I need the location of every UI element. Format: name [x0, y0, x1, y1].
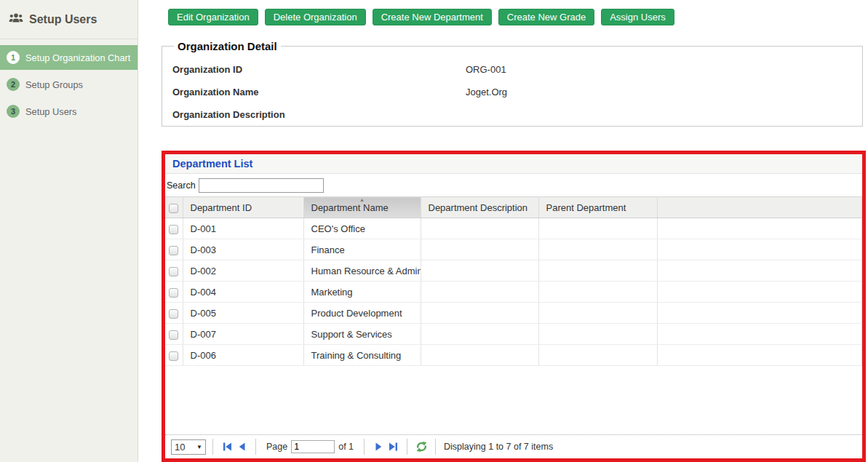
department-list-title: Department List	[165, 154, 862, 174]
cell-department-name: CEO's Office	[303, 218, 421, 239]
department-list-panel: Department List Search Department ID ▲	[162, 151, 866, 462]
cell-empty	[657, 345, 862, 366]
step-1-badge: 1	[7, 51, 20, 64]
column-header-department-name[interactable]: ▲ Department Name	[303, 197, 421, 218]
of-label: of 1	[338, 442, 354, 452]
search-row: Search	[165, 174, 862, 196]
cell-department-id: D-006	[183, 345, 303, 366]
cell-parent-department	[538, 260, 657, 282]
pagination-status: Displaying 1 to 7 of 7 items	[444, 442, 553, 452]
last-page-button[interactable]	[386, 439, 400, 454]
page-size-select[interactable]: 10 ▼	[171, 439, 206, 455]
row-checkbox[interactable]	[169, 288, 178, 298]
table-header-row: Department ID ▲ Department Name Departme…	[165, 197, 862, 218]
cell-department-id: D-001	[183, 218, 303, 239]
table-row[interactable]: D-005 Product Development	[165, 303, 862, 324]
row-checkbox[interactable]	[169, 351, 178, 361]
edit-organization-button[interactable]: Edit Organization	[168, 9, 258, 25]
row-checkbox[interactable]	[169, 225, 178, 234]
field-label: Organization Description	[172, 109, 466, 120]
cell-department-id: D-007	[183, 324, 303, 345]
sidebar-item-setup-organization-chart[interactable]: 1 Setup Organization Chart	[0, 45, 138, 70]
create-new-grade-button[interactable]: Create New Grade	[498, 9, 594, 25]
field-organization-id: Organization ID ORG-001	[172, 58, 852, 81]
cell-department-name: Human Resource & Admin	[303, 260, 421, 282]
cell-empty	[657, 218, 862, 239]
main-content: Edit Organization Delete Organization Cr…	[138, 0, 868, 462]
step-1-label: Setup Organization Chart	[25, 52, 130, 63]
column-label: Department ID	[191, 202, 252, 213]
department-table: Department ID ▲ Department Name Departme…	[165, 196, 862, 366]
sidebar-title: Setup Users	[0, 0, 138, 39]
column-label: Department Name	[311, 202, 389, 213]
cell-empty	[657, 303, 862, 324]
delete-organization-button[interactable]: Delete Organization	[265, 9, 366, 25]
cell-department-id: D-005	[183, 303, 303, 324]
sidebar-title-label: Setup Users	[29, 13, 97, 26]
search-label: Search	[167, 180, 196, 191]
row-checkbox[interactable]	[169, 267, 178, 276]
sidebar-item-setup-groups[interactable]: 2 Setup Groups	[0, 72, 138, 97]
table-empty-space	[165, 366, 862, 434]
field-value: Joget.Org	[466, 87, 507, 97]
cell-department-name: Finance	[303, 239, 421, 260]
cell-parent-department	[538, 303, 657, 324]
field-organization-name: Organization Name Joget.Org	[172, 81, 852, 103]
dropdown-arrow-icon: ▼	[196, 444, 202, 450]
row-checkbox[interactable]	[169, 246, 178, 255]
step-3-badge: 3	[7, 105, 20, 118]
cell-department-id: D-003	[183, 239, 303, 260]
table-row[interactable]: D-004 Marketing	[165, 282, 862, 303]
column-header-department-id[interactable]: Department ID	[183, 197, 303, 218]
column-header-parent-department[interactable]: Parent Department	[538, 197, 657, 218]
previous-page-button[interactable]	[234, 439, 249, 454]
first-page-button[interactable]	[220, 439, 234, 454]
pager-divider	[407, 439, 407, 455]
cell-department-description	[421, 324, 538, 345]
page-number-input[interactable]	[291, 440, 335, 453]
step-2-badge: 2	[7, 78, 20, 91]
pagination-bar: 10 ▼ Page of 1	[165, 434, 862, 458]
cell-department-id: D-002	[183, 260, 303, 282]
organization-detail-fieldset: Organization Detail Organization ID ORG-…	[162, 40, 863, 127]
toolbar: Edit Organization Delete Organization Cr…	[168, 9, 674, 25]
pager-divider	[435, 439, 436, 455]
cell-department-description	[421, 239, 538, 260]
assign-users-button[interactable]: Assign Users	[601, 9, 674, 25]
cell-department-name: Support & Services	[303, 324, 421, 345]
cell-empty	[657, 260, 862, 282]
cell-department-description	[421, 282, 538, 303]
cell-department-description	[421, 303, 538, 324]
cell-department-id: D-004	[183, 282, 303, 303]
cell-empty	[657, 239, 862, 260]
create-new-department-button[interactable]: Create New Department	[373, 9, 492, 25]
cell-parent-department	[538, 282, 657, 303]
cell-department-name: Training & Consulting	[303, 345, 421, 366]
table-row[interactable]: D-006 Training & Consulting	[165, 345, 862, 366]
cell-parent-department	[538, 345, 657, 366]
select-all-header	[165, 197, 183, 218]
cell-department-description	[421, 260, 538, 282]
users-icon	[9, 12, 23, 27]
field-label: Organization Name	[172, 87, 466, 97]
table-row[interactable]: D-003 Finance	[165, 239, 862, 260]
row-checkbox[interactable]	[169, 309, 178, 319]
refresh-button[interactable]	[414, 439, 429, 454]
table-row[interactable]: D-002 Human Resource & Admin	[165, 260, 862, 282]
row-checkbox[interactable]	[169, 330, 178, 340]
cell-department-description	[421, 218, 538, 239]
table-row[interactable]: D-001 CEO's Office	[165, 218, 862, 239]
cell-department-name: Product Development	[303, 303, 421, 324]
cell-parent-department	[538, 239, 657, 260]
column-header-department-description[interactable]: Department Description	[421, 197, 538, 218]
pager-divider	[212, 439, 213, 455]
page-size-value: 10	[175, 442, 185, 453]
step-2-label: Setup Groups	[25, 79, 83, 90]
next-page-button[interactable]	[371, 439, 386, 454]
sidebar-item-setup-users[interactable]: 3 Setup Users	[0, 99, 138, 124]
table-row[interactable]: D-007 Support & Services	[165, 324, 862, 345]
search-input[interactable]	[199, 178, 324, 193]
sort-asc-icon: ▲	[359, 197, 365, 202]
select-all-checkbox[interactable]	[169, 204, 178, 213]
page-label: Page	[266, 442, 287, 452]
